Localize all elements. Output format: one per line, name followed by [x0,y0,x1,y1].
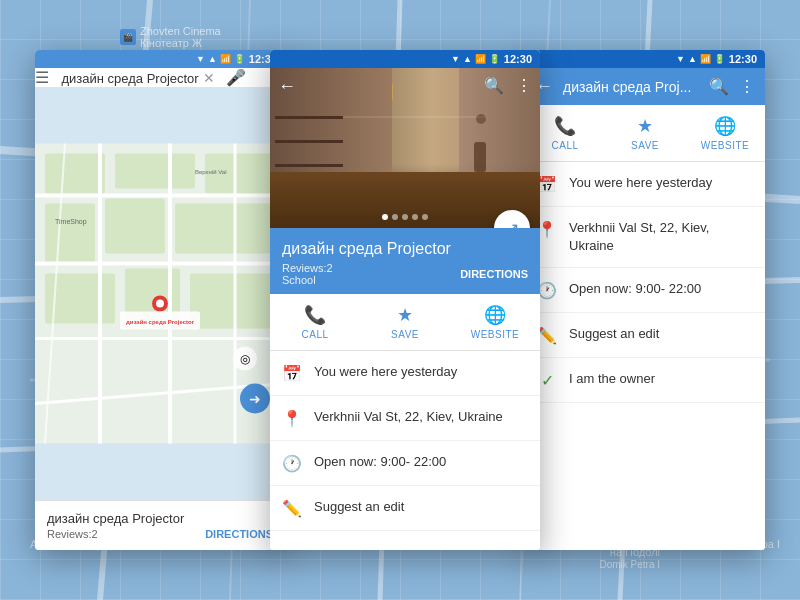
middle-detail-meta: Reviews:2 School DIRECTIONS [282,262,528,286]
more-photo-icon[interactable]: ⋮ [516,76,532,95]
middle-info-list: 📅 You were here yesterday 📍 Verkhnii Val… [270,351,540,550]
right-calendar-icon: 📅 [537,175,557,194]
left-reviews: Reviews:2 [47,528,98,540]
clock-icon: 🕐 [282,454,302,473]
right-edit-icon: ✏️ [537,326,557,345]
photo-dots [382,214,428,220]
right-save-icon: ★ [637,115,653,137]
middle-back-button[interactable]: ← [278,76,296,97]
right-call-icon: 📞 [554,115,576,137]
website-icon: 🌐 [484,304,506,326]
right-save-button[interactable]: ★ SAVE [605,105,685,161]
right-website-label: WEBSITE [701,140,750,151]
middle-directions-link[interactable]: DIRECTIONS [460,268,528,280]
dot-4 [412,214,418,220]
right-website-button[interactable]: 🌐 WEBSITE [685,105,765,161]
dot-2 [392,214,398,220]
middle-call-button[interactable]: 📞 CALL [270,294,360,350]
svg-rect-11 [45,154,105,194]
right-info-text-1: Verkhnii Val St, 22, Kiev, Ukraine [569,219,753,255]
edit-icon: ✏️ [282,499,302,518]
dot-3 [402,214,408,220]
right-status-bar: ▼ ▲ 📶 🔋 12:30 [525,50,765,68]
save-star-icon: ★ [397,304,413,326]
middle-time: 12:30 [504,53,532,65]
left-search-bar[interactable]: ☰ дизайн среда Projector ✕ 🎤 [35,68,285,87]
right-location-icon: 📍 [537,220,557,239]
middle-signal-icons: ▼ ▲ 📶 🔋 [451,54,500,64]
right-clock-icon: 🕐 [537,281,557,300]
svg-rect-14 [45,204,95,264]
photo-action-icons: 🔍 ⋮ [484,76,532,95]
right-action-row: 📞 CALL ★ SAVE 🌐 WEBSITE [525,105,765,162]
right-info-edit[interactable]: ✏️ Suggest an edit [525,313,765,358]
middle-info-text-3: Suggest an edit [314,498,404,516]
right-info-text-2: Open now: 9:00- 22:00 [569,280,701,298]
photo-overlay: ← 🔍 ⋮ [270,68,540,105]
middle-detail-header: дизайн среда Projector Reviews:2 School … [270,228,540,294]
right-more-icon[interactable]: ⋮ [739,77,755,96]
left-search-text: дизайн среда Projector [61,71,198,86]
middle-category: School [282,274,333,286]
call-label: CALL [301,329,328,340]
dot-5 [422,214,428,220]
svg-text:дизайн среда Projector: дизайн среда Projector [126,319,195,325]
svg-text:Верхній Val: Верхній Val [195,169,227,175]
middle-info-edit[interactable]: ✏️ Suggest an edit [270,486,540,531]
right-info-text-4: I am the owner [569,370,655,388]
middle-info-text-0: You were here yesterday [314,363,457,381]
right-top-nav: ← дизайн среда Proj... 🔍 ⋮ [525,68,765,105]
right-call-label: CALL [551,140,578,151]
left-map-area[interactable]: дизайн среда Projector TimeShop Верхній … [35,87,285,500]
middle-info-hours[interactable]: 🕐 Open now: 9:00- 22:00 [270,441,540,486]
middle-save-button[interactable]: ★ SAVE [360,294,450,350]
right-time: 12:30 [729,53,757,65]
bg-label-art2: Domik Petra I [599,559,660,570]
right-info-text-3: Suggest an edit [569,325,659,343]
mic-icon[interactable]: 🎤 [226,69,246,86]
svg-point-29 [156,300,164,308]
svg-rect-12 [115,154,195,189]
left-directions-btn[interactable]: DIRECTIONS [205,528,273,540]
right-website-icon: 🌐 [714,115,736,137]
svg-rect-16 [175,204,275,254]
middle-website-button[interactable]: 🌐 WEBSITE [450,294,540,350]
right-info-list: 📅 You were here yesterday 📍 Verkhnii Val… [525,162,765,550]
left-status-bar: ▼ ▲ 📶 🔋 12:30 [35,50,285,68]
svg-rect-19 [190,274,275,329]
middle-status-bar: ▼ ▲ 📶 🔋 12:30 [270,50,540,68]
search-photo-icon[interactable]: 🔍 [484,76,504,95]
middle-info-text-1: Verkhnii Val St, 22, Kiev, Ukraine [314,408,503,426]
right-save-label: SAVE [631,140,659,151]
middle-phone: ▼ ▲ 📶 🔋 12:30 [270,50,540,550]
website-label: WEBSITE [471,329,520,340]
svg-text:◎: ◎ [240,352,250,366]
middle-info-address[interactable]: 📍 Verkhnii Val St, 22, Kiev, Ukraine [270,396,540,441]
hamburger-icon[interactable]: ☰ [35,69,49,86]
middle-place-title: дизайн среда Projector [282,240,528,258]
dot-1 [382,214,388,220]
middle-reviews: Reviews:2 [282,262,333,274]
left-bottom-card: дизайн среда Projector Reviews:2 DIRECTI… [35,500,285,550]
left-place-name: дизайн среда Projector [47,511,273,526]
right-check-icon: ✓ [537,371,557,390]
middle-info-text-2: Open now: 9:00- 22:00 [314,453,446,471]
right-info-text-0: You were here yesterday [569,174,712,192]
right-search-icon[interactable]: 🔍 [709,77,729,96]
clear-icon[interactable]: ✕ [203,70,215,86]
middle-action-row: 📞 CALL ★ SAVE 🌐 WEBSITE [270,294,540,351]
right-phone: ▼ ▲ 📶 🔋 12:30 ← дизайн среда Proj... 🔍 ⋮… [525,50,765,550]
right-info-address[interactable]: 📍 Verkhnii Val St, 22, Kiev, Ukraine [525,207,765,268]
save-label: SAVE [391,329,419,340]
svg-text:➜: ➜ [249,391,261,407]
right-info-yesterday: 📅 You were here yesterday [525,162,765,207]
left-phone: ▼ ▲ 📶 🔋 12:30 ☰ дизайн среда Projector ✕… [35,50,285,550]
right-nav-icons: 🔍 ⋮ [709,77,755,96]
location-icon: 📍 [282,409,302,428]
bg-label-cinema-uk: Кінотеатр Ж [140,37,221,49]
right-info-owner[interactable]: ✓ I am the owner [525,358,765,403]
calendar-icon: 📅 [282,364,302,383]
middle-photo-area: ← 🔍 ⋮ ↗ [270,68,540,228]
right-info-hours[interactable]: 🕐 Open now: 9:00- 22:00 [525,268,765,313]
svg-rect-15 [105,199,165,254]
